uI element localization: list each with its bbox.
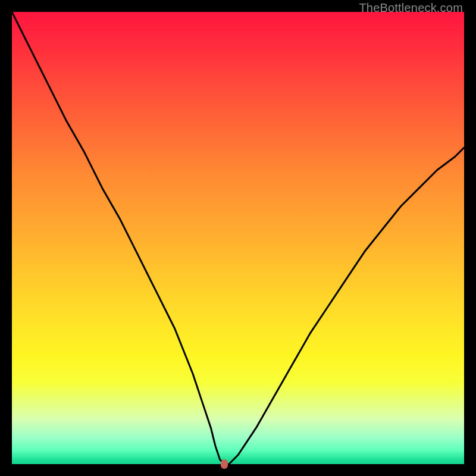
- bottleneck-curve: [12, 12, 464, 464]
- plot-area: [12, 12, 464, 464]
- optimum-marker: [221, 459, 228, 469]
- watermark-text: TheBottleneck.com: [359, 1, 463, 15]
- chart-frame: TheBottleneck.com: [0, 0, 476, 476]
